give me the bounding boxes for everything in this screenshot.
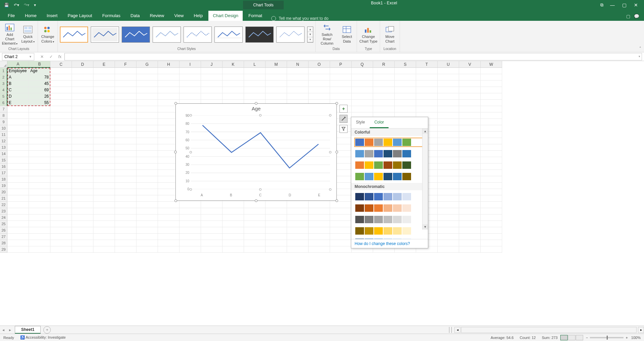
cell-B24[interactable] [29,214,50,221]
cell-E11[interactable] [93,132,115,138]
cell-C25[interactable] [50,221,72,227]
cell-F9[interactable] [115,119,136,125]
column-header-K[interactable]: K [223,61,244,68]
tab-view[interactable]: View [170,11,188,21]
cell-A27[interactable] [7,234,29,240]
tell-me-search[interactable]: Tell me what you want to do [271,16,328,21]
cell-O4[interactable] [309,87,330,93]
cell-F3[interactable] [115,81,136,87]
cell-G16[interactable] [136,163,158,170]
page-break-view-button[interactable] [576,335,583,340]
cell-A1[interactable]: Employee [7,68,29,74]
cell-N1[interactable] [287,68,309,74]
cell-P29[interactable] [330,246,352,253]
chart-style-5[interactable] [184,27,212,43]
column-header-F[interactable]: F [115,61,136,68]
cell-W12[interactable] [481,138,502,144]
cell-B17[interactable] [29,170,50,176]
cell-N3[interactable] [287,81,309,87]
cell-I5[interactable] [179,93,201,100]
sheet-tab-sheet1[interactable]: Sheet1 [15,326,41,334]
maximize-button[interactable]: ▢ [622,2,627,8]
cell-M26[interactable] [266,227,287,234]
cell-I3[interactable] [179,81,201,87]
cell-E18[interactable] [93,176,115,183]
cell-V25[interactable] [459,221,481,227]
cell-P1[interactable] [330,68,352,74]
cell-B4[interactable]: 69 [29,87,50,93]
cell-E21[interactable] [93,195,115,202]
cell-B13[interactable] [29,144,50,151]
cell-B12[interactable] [29,138,50,144]
cell-K1[interactable] [223,68,244,74]
cell-G4[interactable] [136,87,158,93]
row-header-9[interactable]: 9 [0,119,7,125]
cell-B10[interactable] [29,125,50,132]
chart-styles-button[interactable] [339,115,348,123]
cell-D3[interactable] [72,81,93,87]
cell-P4[interactable] [330,87,352,93]
cell-M22[interactable] [266,202,287,208]
cell-C13[interactable] [50,144,72,151]
cell-J26[interactable] [201,227,223,234]
cell-N29[interactable] [287,246,309,253]
cell-C8[interactable] [50,112,72,119]
cell-A8[interactable] [7,112,29,119]
cell-A23[interactable] [7,208,29,214]
cell-K28[interactable] [223,240,244,246]
cell-T6[interactable] [416,100,438,106]
cell-V16[interactable] [459,163,481,170]
cell-C22[interactable] [50,202,72,208]
cell-V21[interactable] [459,195,481,202]
row-header-1[interactable]: 1 [0,68,7,74]
cell-F20[interactable] [115,189,136,195]
row-header-11[interactable]: 11 [0,132,7,138]
cell-C5[interactable] [50,93,72,100]
save-icon[interactable]: 💾 [4,3,9,7]
color-palette[interactable] [355,192,425,201]
cell-Q5[interactable] [352,93,373,100]
cell-L5[interactable] [244,93,266,100]
cell-A19[interactable] [7,183,29,189]
cell-W15[interactable] [481,157,502,163]
cell-D22[interactable] [72,202,93,208]
cell-C28[interactable] [50,240,72,246]
cell-U8[interactable] [438,112,459,119]
cell-U17[interactable] [438,170,459,176]
sheet-nav-next[interactable]: ▸ [7,328,13,332]
cell-U28[interactable] [438,240,459,246]
cell-E5[interactable] [93,93,115,100]
cell-V6[interactable] [459,100,481,106]
cell-H4[interactable] [158,87,179,93]
cell-D4[interactable] [72,87,93,93]
cell-I4[interactable] [179,87,201,93]
cell-F29[interactable] [115,246,136,253]
cell-D15[interactable] [72,157,93,163]
cell-B28[interactable] [29,240,50,246]
cell-E1[interactable] [93,68,115,74]
cell-C11[interactable] [50,132,72,138]
cell-W26[interactable] [481,227,502,234]
normal-view-button[interactable] [560,335,568,340]
cell-I22[interactable] [179,202,201,208]
cell-V5[interactable] [459,93,481,100]
cell-U12[interactable] [438,138,459,144]
cell-S3[interactable] [395,81,416,87]
cell-K24[interactable] [223,214,244,221]
cell-E27[interactable] [93,234,115,240]
cell-M25[interactable] [266,221,287,227]
column-header-G[interactable]: G [136,61,158,68]
row-header-2[interactable]: 2 [0,74,7,81]
cell-W21[interactable] [481,195,502,202]
cell-H5[interactable] [158,93,179,100]
cell-E6[interactable] [93,100,115,106]
cell-N5[interactable] [287,93,309,100]
cell-R2[interactable] [373,74,395,81]
cell-N25[interactable] [287,221,309,227]
cell-V8[interactable] [459,112,481,119]
cell-O23[interactable] [309,208,330,214]
cell-V7[interactable] [459,106,481,112]
cell-G28[interactable] [136,240,158,246]
cell-U21[interactable] [438,195,459,202]
cell-I28[interactable] [179,240,201,246]
